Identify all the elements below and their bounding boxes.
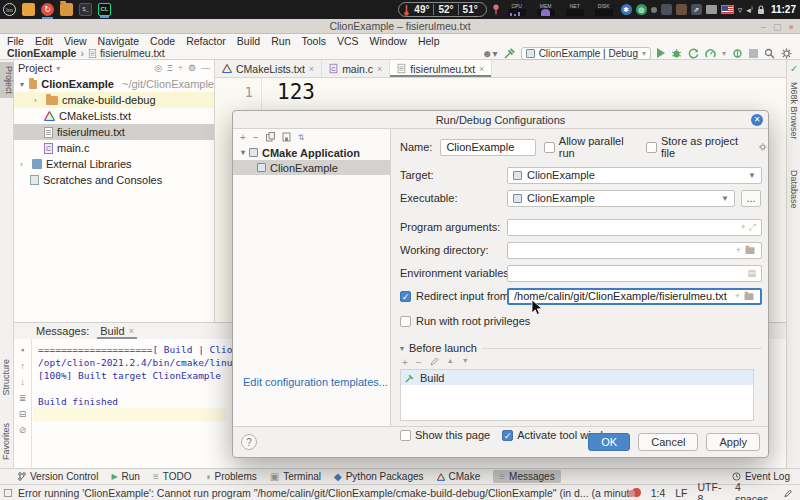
update-app-icon[interactable]: ↻ <box>41 3 54 16</box>
tree-item-build-dir[interactable]: › cmake-build-debug <box>14 92 214 108</box>
expand-all-icon[interactable]: ⊟ <box>19 409 27 419</box>
close-tab-icon[interactable]: × <box>479 64 484 74</box>
disk-monitor[interactable]: DISK <box>592 3 616 16</box>
tree-item-main-c[interactable]: C main.c <box>14 140 214 156</box>
folder-app-icon[interactable] <box>60 3 73 16</box>
attach-process-icon[interactable] <box>732 48 743 59</box>
collapse-all-icon[interactable]: Ξ <box>167 63 173 73</box>
tool-stripe-project[interactable]: Project <box>0 62 14 98</box>
browse-executable-button[interactable]: ... <box>741 190 761 207</box>
move-up-icon[interactable]: ▲ <box>447 357 454 368</box>
help-button[interactable]: ? <box>241 434 257 450</box>
menu-run[interactable]: Run <box>271 35 290 47</box>
breadcrumb-file[interactable]: fisierulmeu.txt <box>100 47 165 59</box>
target-select[interactable]: ClionExample▼ <box>507 167 762 184</box>
run-button[interactable] <box>657 48 665 58</box>
menu-build[interactable]: Build <box>237 35 260 47</box>
name-input[interactable]: ClionExample <box>440 139 536 156</box>
tree-item-fisierulmeu[interactable]: fisierulmeu.txt <box>14 124 214 140</box>
insert-macro-icon[interactable]: + <box>736 245 741 255</box>
toolwindow-cmake[interactable]: CMake <box>437 471 481 482</box>
copy-configuration-icon[interactable] <box>266 132 275 142</box>
tab-main-c[interactable]: C main.c× <box>322 60 390 77</box>
cpu-monitor[interactable]: CPU <box>505 3 529 16</box>
config-item-clionexample[interactable]: ClionExample <box>233 160 390 175</box>
terminal-app-icon[interactable]: $_ <box>79 3 92 16</box>
coverage-icon[interactable] <box>688 48 699 59</box>
build-hammer-icon[interactable] <box>504 48 515 59</box>
app-tray-icon-3[interactable]: ⇗ <box>691 4 702 15</box>
search-icon[interactable] <box>764 48 775 59</box>
next-message-icon[interactable]: ↓ <box>20 377 25 387</box>
toolwindow-python-packages[interactable]: ◆Python Packages <box>334 471 424 482</box>
executable-select[interactable]: ClionExample▼ <box>507 190 735 207</box>
status-grid-icon[interactable] <box>4 489 12 497</box>
environment-variables-input[interactable]: ▤ <box>507 265 762 282</box>
toolwindow-run[interactable]: ▶Run <box>111 471 140 482</box>
temperature-applet[interactable]: 49° 52° 51° <box>398 2 486 17</box>
section-collapse-chevron-icon[interactable]: ▾ <box>400 344 404 353</box>
project-panel-title[interactable]: Project <box>18 62 52 74</box>
tree-root[interactable]: ▾ ClionExample ~/git/ClionExample <box>14 76 214 92</box>
remove-configuration-icon[interactable]: − <box>253 132 259 143</box>
app-tray-icon-2[interactable] <box>676 4 687 15</box>
clock[interactable]: 11:27 <box>771 4 796 15</box>
store-options-gear-icon[interactable] <box>758 142 768 152</box>
panel-settings-gear-icon[interactable]: ⚙ <box>188 63 196 73</box>
toolwindow-terminal[interactable]: ▣Terminal <box>270 471 321 482</box>
menu-window[interactable]: Window <box>370 35 407 47</box>
toolwindow-todo[interactable]: ≡TODO <box>153 471 192 482</box>
edit-variables-icon[interactable]: ▤ <box>747 268 756 278</box>
insert-macro-icon[interactable]: + <box>741 222 746 232</box>
insert-macro-icon[interactable]: + <box>735 291 740 301</box>
program-arguments-input[interactable]: +⤢ <box>507 219 762 236</box>
close-tab-icon[interactable]: × <box>377 64 382 74</box>
clion-app-icon[interactable]: CL <box>98 3 111 16</box>
add-configuration-icon[interactable]: + <box>240 132 246 143</box>
build-tab[interactable]: Build× <box>97 325 137 337</box>
window-title-bar[interactable]: ClionExample – fisierulmeu.txt – ▢ ● <box>0 19 800 34</box>
close-tab-icon[interactable]: × <box>309 64 314 74</box>
tab-fisierulmeu[interactable]: fisierulmeu.txt× <box>390 60 492 77</box>
caret-position[interactable]: 1:4 <box>651 487 666 499</box>
add-task-icon[interactable]: + <box>402 357 408 368</box>
apply-button[interactable]: Apply <box>706 433 760 451</box>
user-access-icon[interactable]: ☻▾ <box>482 48 498 59</box>
redirect-input-checkbox[interactable]: ✓ <box>400 291 411 302</box>
tool-stripe-structure[interactable]: Structure <box>1 359 11 396</box>
tree-item-external-libraries[interactable]: › External Libraries <box>14 156 214 172</box>
remove-task-icon[interactable]: − <box>416 357 422 368</box>
file-encoding[interactable]: UTF-8 <box>698 481 725 500</box>
status-error-message[interactable]: Error running 'ClionExample': Cannot run… <box>0 487 632 499</box>
settings-gear-icon[interactable] <box>781 48 792 59</box>
breakpoint-indicator-icon[interactable] <box>632 488 640 497</box>
expand-settings-icon[interactable]: ÷ <box>178 63 183 73</box>
before-launch-build-step[interactable]: Build <box>401 370 753 385</box>
allow-parallel-run-checkbox[interactable]: Allow parallel run <box>544 135 638 159</box>
prev-message-icon[interactable]: ↑ <box>20 361 25 371</box>
rerun-icon[interactable]: ▪ <box>21 345 24 355</box>
dialog-close-icon[interactable]: ✕ <box>751 114 763 126</box>
working-directory-input[interactable]: + <box>507 242 762 259</box>
volume-icon[interactable]: ◂⁾ <box>746 5 753 15</box>
write-access-pen-icon[interactable] <box>784 488 792 498</box>
menu-vcs[interactable]: VCS <box>337 35 359 47</box>
menu-code[interactable]: Code <box>150 35 175 47</box>
edit-task-pencil-icon[interactable] <box>430 357 439 366</box>
maximize-button[interactable]: ▢ <box>773 22 782 32</box>
move-down-icon[interactable]: ▼ <box>462 357 469 368</box>
wifi-icon[interactable]: ▿ <box>738 5 743 15</box>
keyboard-layout-flag-icon[interactable] <box>721 5 734 14</box>
minimize-button[interactable]: – <box>761 22 766 32</box>
menu-tools[interactable]: Tools <box>301 35 326 47</box>
toolwindow-version-control[interactable]: Version Control <box>18 471 98 482</box>
cancel-button[interactable]: Cancel <box>638 433 698 451</box>
hide-panel-icon[interactable]: — <box>201 63 210 73</box>
run-options-chevron-icon[interactable]: ▾ <box>722 49 726 58</box>
tool-stripe-favorites[interactable]: Favorites <box>1 423 11 460</box>
net-monitor[interactable]: NET <box>563 3 587 16</box>
expand-field-icon[interactable]: ⤢ <box>749 222 756 233</box>
close-tab-icon[interactable]: × <box>129 326 134 336</box>
files-app-icon[interactable] <box>22 3 35 16</box>
menu-view[interactable]: View <box>64 35 87 47</box>
